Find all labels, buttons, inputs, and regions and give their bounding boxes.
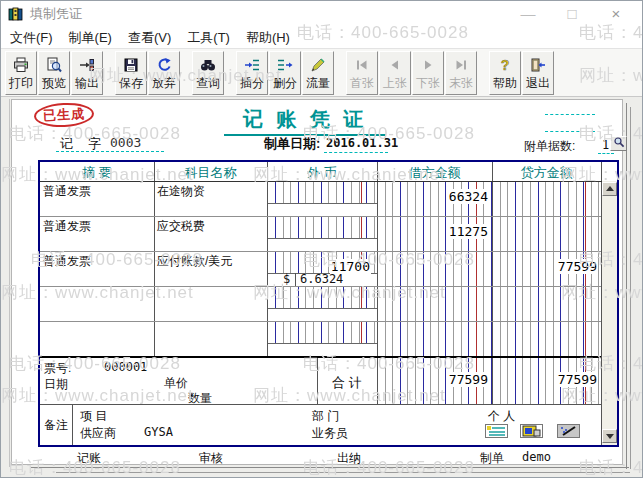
project-label[interactable]: 项 目 <box>80 408 107 425</box>
prev-voucher-button[interactable]: 上张 <box>379 51 411 95</box>
close-button[interactable]: × <box>607 5 625 22</box>
menu-make[interactable]: 制单(E) <box>69 29 112 47</box>
voucher-window: 填制凭证 — □ × 文件(F) 制单(E) 查看(V) 工具(T) 帮助(H)… <box>0 0 643 478</box>
flow-button[interactable]: 流量 <box>302 51 334 95</box>
menu-file[interactable]: 文件(F) <box>10 29 53 47</box>
attachments-label: 附单据数: <box>524 138 575 155</box>
currency-symbol: $ <box>283 272 290 286</box>
magic-wand-icon-button[interactable] <box>557 424 580 438</box>
attachments-value[interactable]: 1 <box>602 138 609 152</box>
arrow-down-icon <box>606 434 614 439</box>
scroll-down-button[interactable] <box>602 429 617 443</box>
insert-split-button[interactable]: 插分 <box>236 51 268 95</box>
help-button[interactable]: ? 帮助 <box>489 51 521 95</box>
last-page-icon <box>453 57 469 76</box>
preview-icon <box>46 57 62 76</box>
total-debit: 77599 <box>377 372 489 387</box>
summary-cell[interactable]: 普通发票 <box>43 183 91 200</box>
dashed-field-line <box>598 153 614 154</box>
credit-amount-cell[interactable]: 77599 <box>492 259 598 274</box>
dashed-field-line <box>545 114 595 115</box>
menu-tools[interactable]: 工具(T) <box>187 29 230 47</box>
cashier-label: 出纳 <box>337 450 361 467</box>
client-area: 已生成 记 账 凭 证 记 字 0003 制单日期: 2016.01.31 附单… <box>1 97 642 478</box>
window-title: 填制凭证 <box>30 5 82 23</box>
preview-button[interactable]: 预览 <box>38 51 70 95</box>
person-label[interactable]: 个 人 <box>488 408 515 425</box>
make-date-value[interactable]: 2016.01.31 <box>326 136 398 150</box>
arrow-up-icon <box>606 186 614 191</box>
header-debit: 借方金额 <box>377 164 492 182</box>
page-edge-line <box>9 99 10 467</box>
memo-icon-button[interactable] <box>485 424 508 438</box>
ticket-label: 票号: <box>44 360 71 377</box>
query-button[interactable]: 查询 <box>192 51 224 95</box>
insert-split-icon <box>244 57 260 76</box>
toolbar: 打印 预览 输出 保存 放弃 查询 插分 删分 <box>1 48 642 97</box>
summary-cell[interactable]: 普通发票 <box>43 253 91 270</box>
header-summary: 摘 要 <box>40 164 154 182</box>
account-cell[interactable]: 在途物资 <box>157 183 205 200</box>
voucher-page: 已生成 记 账 凭 证 记 字 0003 制单日期: 2016.01.31 附单… <box>11 99 623 465</box>
export-button[interactable]: 输出 <box>71 51 103 95</box>
voucher-number-field[interactable]: 0003 <box>110 135 141 150</box>
page-stack-edge <box>56 472 630 473</box>
delete-split-icon <box>277 57 293 76</box>
bookkeeper-label: 记账 <box>77 450 101 467</box>
maker-value: demo <box>522 450 551 464</box>
supplier-value[interactable]: GYSA <box>144 425 173 439</box>
help-icon: ? <box>497 57 513 76</box>
page-stack-edge <box>630 107 631 469</box>
discard-button[interactable]: 放弃 <box>148 51 180 95</box>
menu-bar: 文件(F) 制单(E) 查看(V) 工具(T) 帮助(H) <box>1 27 642 48</box>
maker-label: 制单 <box>480 450 504 467</box>
debit-amount-cell[interactable]: 66324 <box>377 189 489 204</box>
vertical-scrollbar[interactable] <box>602 181 617 445</box>
last-voucher-button[interactable]: 末张 <box>445 51 477 95</box>
export-icon <box>79 57 95 76</box>
dashed-field-line <box>324 152 388 153</box>
undo-icon <box>156 57 172 76</box>
attachments-zoom-button[interactable] <box>610 136 627 151</box>
exit-door-icon <box>530 57 546 76</box>
summary-cell[interactable]: 普通发票 <box>43 218 91 235</box>
status-stamp: 已生成 <box>33 101 94 128</box>
next-voucher-button[interactable]: 下张 <box>412 51 444 95</box>
total-credit: 77599 <box>492 372 598 387</box>
account-cell[interactable]: 应交税费 <box>157 218 205 235</box>
scroll-up-button[interactable] <box>602 182 617 196</box>
dashed-field-line <box>56 151 164 152</box>
delete-split-button[interactable]: 删分 <box>269 51 301 95</box>
page-stack-edge <box>626 103 627 469</box>
remark-label: 备注 <box>40 417 72 434</box>
menu-help[interactable]: 帮助(H) <box>246 29 290 47</box>
menu-view[interactable]: 查看(V) <box>128 29 171 47</box>
salesman-label[interactable]: 业务员 <box>312 425 348 442</box>
voucher-grid: 摘 要 科目名称 外 币 借方金额 贷方金额 普通发票 在途物资 66324 普… <box>38 160 619 447</box>
quantity-label: 数量 <box>188 390 212 407</box>
app-icon <box>8 6 24 22</box>
department-label[interactable]: 部 门 <box>312 408 339 425</box>
next-page-icon <box>420 57 436 76</box>
bill-date-label: 日期 <box>44 376 68 393</box>
exit-button[interactable]: 退出 <box>522 51 554 95</box>
header-credit: 贷方金额 <box>492 164 601 182</box>
magnifier-icon <box>613 136 625 151</box>
ticket-value[interactable]: 000001 <box>104 360 147 374</box>
account-cell[interactable]: 应付账款/美元 <box>157 253 232 270</box>
save-icon <box>123 57 139 76</box>
exchange-rate-cell[interactable]: 6.6324 <box>300 272 343 286</box>
first-page-icon <box>354 57 370 76</box>
pen-icon <box>310 57 326 76</box>
print-button[interactable]: 打印 <box>5 51 37 95</box>
auditor-label: 审核 <box>199 450 223 467</box>
first-voucher-button[interactable]: 首张 <box>346 51 378 95</box>
svg-text:?: ? <box>501 57 510 73</box>
header-foreign-currency: 外 币 <box>267 164 377 182</box>
link-document-icon-button[interactable] <box>520 424 543 438</box>
minimize-button[interactable]: — <box>519 5 537 22</box>
debit-amount-cell[interactable]: 11275 <box>377 224 489 239</box>
save-button[interactable]: 保存 <box>115 51 147 95</box>
maximize-button[interactable]: □ <box>563 5 581 22</box>
binoculars-icon <box>200 57 216 76</box>
